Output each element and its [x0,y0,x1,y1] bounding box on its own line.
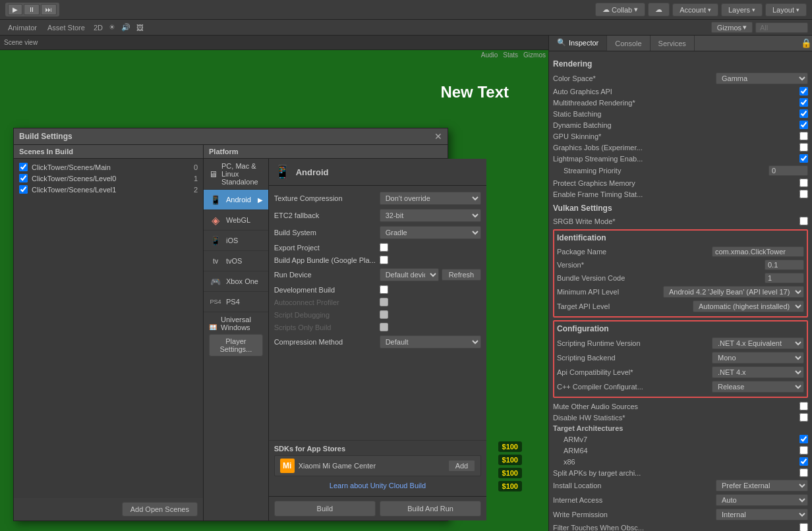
refresh-button[interactable]: Refresh [442,269,482,281]
package-name-input[interactable] [712,246,804,257]
streaming-priority-input[interactable] [768,165,808,176]
configuration-section: Configuration Scripting Runtime Version … [553,320,808,398]
stats-label[interactable]: Stats [503,51,518,59]
enable-frame-timing-checkbox[interactable] [799,190,808,198]
mute-audio-checkbox[interactable] [799,402,808,410]
disable-hw-checkbox[interactable] [799,413,808,422]
gizmos-game-label[interactable]: Gizmos [523,51,546,59]
platform-item-android[interactable]: 📱 Android ▶ [204,190,268,210]
platform-item-xbox[interactable]: 🎮 Xbox One [204,271,268,292]
platform-item-ps4[interactable]: PS4 PS4 [204,292,268,312]
cpp-compiler-dropdown[interactable]: Release [712,381,804,393]
tab-inspector[interactable]: 🔍 Inspector [549,36,607,51]
export-project-row: Export Project [273,241,483,254]
graphics-jobs-checkbox[interactable] [799,143,808,152]
inspector-lock-button[interactable]: 🔒 [801,36,812,51]
autoconnect-profiler-checkbox[interactable] [380,298,388,306]
protect-graphics-label: Protect Graphics Memory [553,179,799,187]
scripting-backend-dropdown[interactable]: Mono [712,352,804,364]
scripting-runtime-dropdown[interactable]: .NET 4.x Equivalent [712,337,804,349]
tab-console[interactable]: Console [607,36,650,51]
audio-label[interactable]: Audio [481,51,498,59]
identification-header: Identification [557,233,804,242]
build-button[interactable]: Build [274,501,376,517]
color-space-dropdown[interactable]: Gamma [716,72,808,84]
add-open-scenes-button[interactable]: Add Open Scenes [122,502,198,517]
top-toolbar: ▶ ⏸ ⏭ ☁ Collab ▾ ☁ Account Layers Layout [0,0,812,20]
layers-button[interactable]: Layers [721,3,763,16]
static-batching-checkbox[interactable] [799,109,808,118]
min-api-dropdown[interactable]: Android 4.2 'Jelly Bean' (API level 17) [663,286,804,298]
unity-cloud-link[interactable]: Learn about Unity Cloud Build [274,479,482,492]
version-input[interactable] [765,260,804,270]
asset-store-tab[interactable]: Asset Store [44,22,89,33]
mode-2d-btn[interactable]: 2D [92,23,105,32]
platform-name-pc: PC, Mac & Linux Standalone [221,162,263,186]
install-location-dropdown[interactable]: Prefer External [716,480,808,491]
scripts-only-checkbox[interactable] [380,323,388,331]
platform-item-tvos[interactable]: tv tvOS [204,251,268,271]
api-compatibility-dropdown[interactable]: .NET 4.x [712,366,804,378]
collab-button[interactable]: ☁ Collab ▾ [595,3,645,16]
scene-checkbox-main[interactable] [19,163,28,171]
scene-checkbox-level1[interactable] [19,185,28,194]
target-api-dropdown[interactable]: Automatic (highest installed) [693,300,804,312]
cloud-button[interactable]: ☁ [648,3,670,16]
write-permission-dropdown[interactable]: Internal [716,509,808,520]
audio-icon[interactable]: 🔊 [119,22,132,32]
sdk-add-button[interactable]: Add [448,460,476,472]
bundle-version-input[interactable] [765,273,804,283]
split-apks-checkbox[interactable] [799,468,808,477]
play-button[interactable]: ▶ [8,4,22,15]
srgb-label: SRGB Write Mode* [553,217,799,225]
compression-method-dropdown[interactable]: Default [380,335,482,349]
build-system-dropdown[interactable]: Gradle [380,226,482,239]
internet-access-dropdown[interactable]: Auto [716,494,808,506]
platform-item-uwp[interactable]: 🪟 Universal Windows Platform [204,312,268,330]
etc2-fallback-dropdown[interactable]: 32-bit [380,209,482,222]
pause-button[interactable]: ⏸ [24,4,40,15]
gizmos-button[interactable]: Gizmos ▾ [711,22,753,33]
gpu-skinning-checkbox[interactable] [799,132,808,140]
build-app-bundle-checkbox[interactable] [380,256,388,264]
dialog-titlebar: Build Settings ✕ [14,128,448,145]
platform-item-ios[interactable]: 📱 iOS [204,231,268,251]
ios-icon: 📱 [209,234,222,247]
development-build-checkbox[interactable] [380,285,388,294]
build-and-run-button[interactable]: Build And Run [380,501,481,517]
dynamic-batching-label: Dynamic Batching [553,121,799,129]
platform-item-webgl[interactable]: ◈ WebGL [204,210,268,231]
search-input[interactable] [755,22,808,33]
srgb-checkbox[interactable] [799,217,808,225]
android-title: Android [296,167,329,177]
scene-checkbox-level0[interactable] [19,174,28,182]
lightmap-streaming-checkbox[interactable] [799,154,808,163]
platform-android-section: Platform 🖥 PC, Mac & Linux Standalone [204,145,448,520]
export-project-checkbox[interactable] [380,243,388,252]
x86-checkbox[interactable] [799,457,808,466]
auto-graphics-checkbox[interactable] [799,87,808,96]
armv7-checkbox[interactable] [799,435,808,443]
dialog-close-button[interactable]: ✕ [434,131,442,142]
filter-touches-checkbox[interactable] [799,523,808,531]
account-button[interactable]: Account [672,3,718,16]
platform-item-pc[interactable]: 🖥 PC, Mac & Linux Standalone [204,159,268,190]
step-button[interactable]: ⏭ [41,4,57,15]
player-settings-button[interactable]: Player Settings... [209,334,263,356]
image-icon[interactable]: 🖼 [134,23,146,32]
arm64-checkbox[interactable] [799,446,808,455]
tab-services[interactable]: Services [651,36,695,51]
protect-graphics-checkbox[interactable] [799,179,808,187]
animator-tab[interactable]: Animator [4,22,41,33]
dynamic-batching-checkbox[interactable] [799,121,808,129]
lighting-icon[interactable]: ☀ [107,22,117,32]
script-debugging-checkbox[interactable] [380,310,388,319]
run-device-dropdown[interactable]: Default device [380,268,439,281]
ps4-icon: PS4 [209,295,222,308]
multithreaded-checkbox[interactable] [799,98,808,107]
write-permission-row: Write Permission Internal [553,507,808,522]
build-system-row: Build System Gradle [273,224,483,241]
layout-button[interactable]: Layout [765,3,807,16]
streaming-priority-label: Streaming Priority [553,167,768,175]
texture-compression-dropdown[interactable]: Don't override [380,192,482,205]
